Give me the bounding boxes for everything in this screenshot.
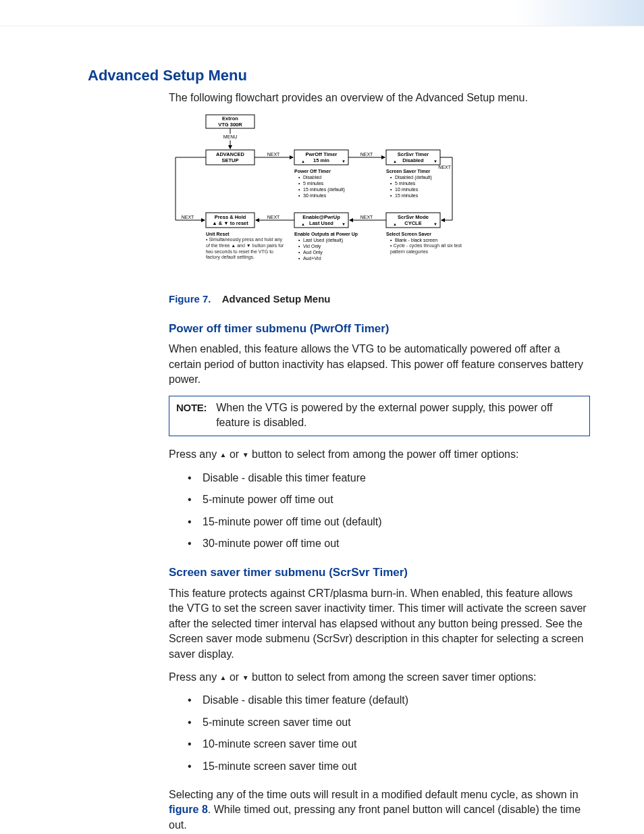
- svg-text:15 minutes: 15 minutes: [395, 193, 419, 198]
- svg-text:•: •: [298, 187, 300, 192]
- svg-text:NEXT: NEXT: [438, 165, 451, 170]
- svg-text:Unit Reset: Unit Reset: [206, 232, 230, 236]
- svg-text:CYCLE: CYCLE: [404, 220, 421, 226]
- pwroff-para: When enabled, this feature allows the VT…: [169, 342, 590, 387]
- pwroff-list: Disable - disable this timer feature 5-m…: [188, 471, 590, 552]
- svg-text:5 minutes: 5 minutes: [303, 181, 324, 186]
- svg-text:Disabled: Disabled: [303, 175, 321, 180]
- svg-text:Power Off Timer: Power Off Timer: [294, 169, 331, 174]
- note-text: When the VTG is powered by the external …: [216, 400, 583, 431]
- note-label: NOTE:: [176, 400, 207, 415]
- svg-text:▼: ▼: [433, 159, 437, 163]
- svg-text:30 minutes: 30 minutes: [303, 193, 327, 198]
- svg-text:NEXT: NEXT: [182, 215, 194, 219]
- list-item: Disable - disable this timer feature (de…: [188, 693, 590, 708]
- svg-text:Last  Used: Last Used: [309, 220, 333, 226]
- header-gradient: [0, 0, 644, 26]
- svg-text:Enable Outputs at Power Up: Enable Outputs at Power Up: [294, 232, 358, 237]
- list-item: 15-minute screen saver time out: [188, 759, 590, 774]
- up-triangle-icon: ▲: [220, 673, 227, 683]
- svg-text:Blank - black screen: Blank - black screen: [395, 238, 437, 242]
- svg-text:Vid Only: Vid Only: [303, 244, 321, 249]
- svg-text:Last Used (default): Last Used (default): [303, 238, 343, 243]
- svg-text:Aud Only: Aud Only: [303, 250, 323, 255]
- svg-text:VTG  300R: VTG 300R: [218, 122, 242, 128]
- svg-text:•: •: [298, 193, 300, 198]
- svg-text:NEXT: NEXT: [267, 152, 280, 157]
- svg-text:▼: ▼: [433, 222, 437, 226]
- up-triangle-icon: ▲: [220, 450, 227, 460]
- svg-text:NEXT: NEXT: [360, 152, 373, 157]
- pwroff-heading: Power off timer submenu (PwrOff Timer): [169, 321, 590, 337]
- svg-text:▼: ▼: [342, 159, 346, 163]
- svg-text:Extron: Extron: [222, 115, 238, 122]
- svg-text:Enable@PwrUp: Enable@PwrUp: [302, 214, 340, 220]
- svg-text:•: •: [298, 250, 300, 255]
- svg-text:MENU: MENU: [223, 134, 238, 139]
- svg-text:•: •: [390, 181, 392, 186]
- svg-text:•: •: [390, 193, 392, 198]
- list-item: 30-minute power off time out: [188, 536, 590, 551]
- svg-text:Disabled: Disabled: [402, 157, 424, 163]
- down-triangle-icon: ▼: [242, 450, 249, 460]
- svg-text:ScrSvr Mode: ScrSvr Mode: [398, 214, 429, 220]
- svg-text:15 minutes (default): 15 minutes (default): [303, 187, 345, 192]
- svg-text:SETUP: SETUP: [221, 157, 238, 163]
- svg-text:•: •: [390, 187, 392, 192]
- pwroff-press: Press any ▲ or ▼ button to select from a…: [169, 447, 590, 462]
- svg-text:Aud+Vid: Aud+Vid: [303, 256, 321, 261]
- scrsvr-para2: Selecting any of the time outs will resu…: [169, 787, 590, 833]
- intro-para: The following flowchart provides an over…: [169, 90, 590, 105]
- scrsvr-para1: This feature protects against CRT/plasma…: [169, 586, 590, 662]
- svg-text:Screen Saver Timer: Screen Saver Timer: [386, 169, 431, 174]
- svg-text:ADVANCED: ADVANCED: [216, 151, 245, 157]
- svg-text:NEXT: NEXT: [360, 215, 373, 219]
- svg-text:5 minutes: 5 minutes: [395, 181, 416, 186]
- svg-text:15 min: 15 min: [313, 157, 329, 163]
- list-item: 10-minute screen saver time out: [188, 737, 590, 752]
- figure-title: Advanced Setup Menu: [222, 293, 331, 305]
- figure-label: Figure 7.: [169, 293, 211, 305]
- svg-text:•: •: [390, 238, 392, 242]
- scrsvr-press: Press any ▲ or ▼ button to select from a…: [169, 670, 590, 685]
- list-item: 5-minute power off time out: [188, 492, 590, 507]
- list-item: 5-minute screen saver time out: [188, 715, 590, 730]
- svg-text:▲: ▲: [301, 222, 305, 226]
- figure-8-link[interactable]: figure 8: [169, 804, 208, 815]
- list-item: Disable - disable this timer feature: [188, 471, 590, 486]
- svg-text:•: •: [298, 181, 300, 186]
- svg-text:•: •: [390, 175, 392, 180]
- down-triangle-icon: ▼: [242, 673, 249, 683]
- flowchart: Extron VTG 300R MENU ADVANCED SETUP PwrO…: [169, 113, 590, 283]
- svg-text:•: •: [298, 244, 300, 249]
- svg-text:10 minutes: 10 minutes: [395, 187, 419, 192]
- svg-text:Select Screen Saver: Select Screen Saver: [386, 232, 431, 236]
- figure-caption: Figure 7. Advanced Setup Menu: [169, 292, 590, 306]
- svg-text:ScrSvr Timer: ScrSvr Timer: [398, 151, 429, 157]
- svg-text:▼: ▼: [342, 222, 346, 226]
- svg-text:▲ & ▼  to reset: ▲ & ▼ to reset: [212, 220, 248, 226]
- svg-text:▲: ▲: [393, 222, 397, 226]
- svg-text:▲: ▲: [301, 159, 305, 163]
- svg-text:PwrOff Timer: PwrOff Timer: [306, 151, 338, 157]
- svg-text:•: •: [298, 256, 300, 261]
- page-title: Advanced Setup Menu: [88, 66, 590, 86]
- page-body: Advanced Setup Menu The following flowch…: [0, 26, 644, 834]
- scrsvr-heading: Screen saver timer submenu (ScrSvr Timer…: [169, 565, 590, 581]
- svg-text:NEXT: NEXT: [267, 215, 280, 219]
- list-item: 15-minute power off time out (default): [188, 515, 590, 529]
- svg-text:Disabled (default): Disabled (default): [395, 175, 432, 180]
- svg-text:▲: ▲: [393, 159, 397, 163]
- svg-text:•: •: [298, 175, 300, 180]
- svg-text:Press & Hold: Press & Hold: [215, 214, 246, 220]
- scrsvr-list: Disable - disable this timer feature (de…: [188, 693, 590, 774]
- svg-text:•: •: [298, 238, 300, 242]
- note-box: NOTE: When the VTG is powered by the ext…: [169, 396, 590, 437]
